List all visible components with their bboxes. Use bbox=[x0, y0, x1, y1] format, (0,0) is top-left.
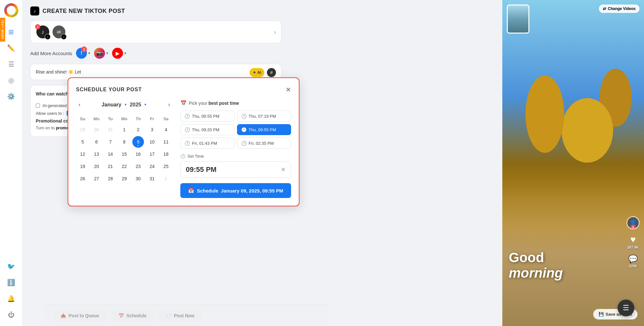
cal-day-13[interactable]: 13 bbox=[91, 148, 102, 160]
account-avatar-1[interactable]: ♪ 1 ♪ bbox=[36, 25, 50, 39]
time-slot-icon-0: 🕐 bbox=[185, 114, 190, 119]
calendar-prev-button[interactable]: ‹ bbox=[76, 100, 83, 109]
calendar-year: 2025 bbox=[130, 102, 141, 108]
time-slot-5[interactable]: 🕐 Fri, 02:35 PM bbox=[237, 138, 291, 149]
calendar-month-year: January ▼ 2025 ▼ bbox=[102, 102, 147, 108]
cal-day-9-today[interactable]: 9 bbox=[132, 136, 144, 148]
sidebar-item-power[interactable]: ⏻ bbox=[5, 308, 18, 321]
cal-day-4[interactable]: 4 bbox=[160, 124, 172, 135]
post-icon: 📨 bbox=[166, 313, 171, 318]
ai-content-checkbox[interactable] bbox=[36, 104, 40, 108]
account-count-badge: 1 bbox=[35, 24, 40, 29]
change-videos-button[interactable]: ⇄ Change Videos bbox=[599, 5, 639, 13]
sidebar-item-settings[interactable]: ⚙️ bbox=[5, 90, 18, 103]
youtube-icon: ▶ bbox=[112, 48, 123, 59]
cal-header-fr: Fr bbox=[146, 114, 159, 123]
post-now-button[interactable]: 📨 Post Now bbox=[158, 310, 202, 321]
cal-day-3[interactable]: 3 bbox=[146, 124, 158, 135]
heart-icon[interactable]: ♥ bbox=[630, 234, 636, 245]
cal-day-23[interactable]: 23 bbox=[132, 161, 144, 172]
sidebar-item-info[interactable]: ℹ️ bbox=[5, 276, 18, 289]
app-logo[interactable] bbox=[4, 3, 18, 17]
add-accounts-label: Add More Accounts bbox=[30, 51, 72, 56]
ai-button[interactable]: ✦ AI bbox=[250, 68, 264, 77]
cal-day-19[interactable]: 19 bbox=[77, 161, 89, 172]
time-input-value[interactable]: 09:55 PM bbox=[186, 165, 216, 174]
caption-text[interactable]: Rise and shine! ☀️ Let bbox=[36, 69, 276, 74]
cal-day-31[interactable]: 31 bbox=[146, 173, 158, 184]
preview-thumbnail bbox=[507, 5, 529, 34]
sidebar-item-analytics[interactable]: ◎ bbox=[5, 74, 18, 87]
cal-day-30[interactable]: 30 bbox=[132, 173, 144, 184]
schedule-confirm-date: January 09, 2025, 09:55 PM bbox=[221, 188, 283, 193]
comment-icon[interactable]: 💬 bbox=[628, 254, 638, 263]
calendar-next-button[interactable]: › bbox=[166, 100, 173, 109]
cal-day-31-prev[interactable]: 31 bbox=[105, 124, 116, 135]
schedule-confirm-button[interactable]: 📅 Schedule January 09, 2025, 09:55 PM bbox=[180, 183, 291, 198]
instagram-account-btn[interactable]: 📷 ▾ bbox=[94, 48, 108, 59]
cal-day-22[interactable]: 22 bbox=[118, 161, 130, 172]
modal-close-button[interactable]: ✕ bbox=[286, 86, 291, 94]
sidebar-item-feed[interactable]: ☰ bbox=[5, 57, 18, 71]
cal-day-26[interactable]: 26 bbox=[77, 173, 89, 184]
cal-day-27[interactable]: 27 bbox=[91, 173, 102, 184]
sidebar-item-notifications[interactable]: 🔔 bbox=[5, 292, 18, 305]
sidebar-item-dashboard[interactable]: ⊞ bbox=[5, 25, 18, 39]
cal-day-1-next[interactable]: 1 bbox=[160, 173, 172, 184]
cal-day-25[interactable]: 25 bbox=[160, 161, 172, 172]
cal-day-28[interactable]: 28 bbox=[105, 173, 116, 184]
time-slot-0[interactable]: 🕐 Thu, 06:55 PM bbox=[180, 111, 234, 122]
modal-body: ‹ January ▼ 2025 ▼ › Su Mo Tu bbox=[76, 100, 291, 198]
sidebar-item-twitter[interactable]: 🐦 bbox=[5, 260, 18, 273]
tiktok-icon: ♪ bbox=[30, 6, 39, 15]
cal-day-16[interactable]: 16 bbox=[132, 148, 144, 160]
time-input-clear-button[interactable]: ✕ bbox=[281, 166, 286, 173]
fab-menu-button[interactable]: ☰ bbox=[618, 300, 634, 316]
instagram-icon: 📷 bbox=[94, 48, 105, 59]
cal-day-20[interactable]: 20 bbox=[91, 161, 102, 172]
cal-day-15[interactable]: 15 bbox=[118, 148, 130, 160]
cal-day-29[interactable]: 29 bbox=[118, 173, 130, 184]
queue-label: Post to Queue bbox=[69, 313, 99, 318]
facebook-account-btn[interactable]: f 1 ▾ bbox=[76, 48, 90, 59]
youtube-account-btn[interactable]: ▶ ▾ bbox=[112, 48, 126, 59]
time-slot-1[interactable]: 🕐 Thu, 07:19 PM bbox=[237, 111, 291, 122]
set-time-section: 🕐 Set Time 09:55 PM ✕ bbox=[180, 154, 291, 178]
time-slots-grid: 🕐 Thu, 06:55 PM 🕐 Thu, 07:19 PM 🕐 Thu, 0… bbox=[180, 111, 291, 149]
hashtag-button[interactable]: # bbox=[267, 68, 276, 77]
time-input-wrap: 09:55 PM ✕ bbox=[180, 161, 291, 178]
cal-day-12[interactable]: 12 bbox=[77, 148, 89, 160]
account-avatars: ♪ 1 ♪ ab ♪ bbox=[36, 25, 274, 39]
preview-stats: 👤 + ♥ 287.4K 💬 2295 bbox=[627, 216, 639, 268]
cal-day-1[interactable]: 1 bbox=[118, 124, 130, 135]
cal-day-7[interactable]: 7 bbox=[105, 136, 116, 148]
likes-stat: ♥ 287.4K bbox=[627, 234, 639, 249]
sidebar-item-compose[interactable]: ✏️ bbox=[5, 41, 18, 55]
cal-day-5[interactable]: 5 bbox=[77, 136, 89, 148]
follow-plus-badge[interactable]: + bbox=[630, 225, 636, 229]
cal-day-2[interactable]: 2 bbox=[132, 124, 144, 135]
post-to-queue-button[interactable]: 📤 Post to Queue bbox=[53, 310, 107, 321]
time-slot-2[interactable]: 🕐 Thu, 09:20 PM bbox=[180, 124, 234, 135]
account-avatar-2[interactable]: ab ♪ bbox=[52, 25, 66, 39]
cal-day-11[interactable]: 11 bbox=[160, 136, 172, 148]
cal-day-10[interactable]: 10 bbox=[146, 136, 158, 148]
cal-day-6[interactable]: 6 bbox=[91, 136, 102, 148]
time-slot-3[interactable]: 🕐 Thu, 09:55 PM bbox=[237, 124, 291, 135]
cal-day-29-prev[interactable]: 29 bbox=[77, 124, 89, 135]
accounts-chevron-right[interactable]: › bbox=[274, 28, 276, 36]
best-time-label: Pick your best post time bbox=[189, 101, 239, 106]
sidebar: TEST MODE ⊞ ✏️ ☰ ◎ ⚙️ 🐦 ℹ️ 🔔 ⏻ bbox=[0, 0, 23, 326]
test-mode-badge: TEST MODE bbox=[0, 18, 5, 42]
cal-day-24[interactable]: 24 bbox=[146, 161, 158, 172]
cal-day-18[interactable]: 18 bbox=[160, 148, 172, 160]
cal-day-8[interactable]: 8 bbox=[118, 136, 130, 148]
calendar-section: ‹ January ▼ 2025 ▼ › Su Mo Tu bbox=[76, 100, 173, 198]
cal-day-14[interactable]: 14 bbox=[105, 148, 116, 160]
time-slot-4[interactable]: 🕐 Fri, 01:43 PM bbox=[180, 138, 234, 149]
cal-day-30-prev[interactable]: 30 bbox=[91, 124, 102, 135]
cal-day-17[interactable]: 17 bbox=[146, 148, 158, 160]
schedule-button[interactable]: 📅 Schedule bbox=[111, 310, 154, 321]
cal-day-21[interactable]: 21 bbox=[105, 161, 116, 172]
time-slot-label-5: Fri, 02:35 PM bbox=[249, 141, 274, 146]
